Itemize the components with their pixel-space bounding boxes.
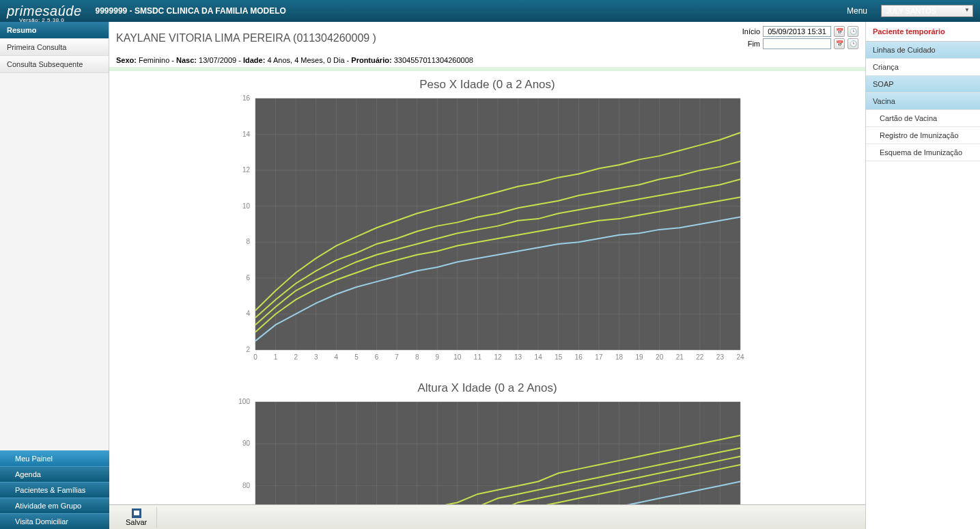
clinic-title: 9999999 - SMSDC CLINICA DA FAMILIA MODEL… <box>96 6 286 16</box>
svg-text:2: 2 <box>294 353 298 361</box>
nav-label: Meu Painel <box>15 455 53 463</box>
svg-text:14: 14 <box>242 131 250 138</box>
growth-chart: 4050607080901000123456789101112131415161… <box>228 398 747 504</box>
svg-text:100: 100 <box>238 398 250 405</box>
app-header: primesaúde Versão: 2.5.38.0 9999999 - SM… <box>0 0 980 22</box>
svg-text:21: 21 <box>675 353 684 361</box>
chart-title: Peso X Idade (0 a 2 Anos) <box>109 78 865 92</box>
clock-icon[interactable]: 🕒 <box>848 26 858 37</box>
svg-text:14: 14 <box>534 353 542 361</box>
patient-demographics: Sexo: Feminino - Nasc: 13/07/2009 - Idad… <box>109 55 865 67</box>
svg-text:22: 22 <box>696 353 704 361</box>
chart-container: 4050607080901000123456789101112131415161… <box>228 398 747 504</box>
svg-text:19: 19 <box>635 353 643 361</box>
right-panel-item[interactable]: Esquema de Imunização <box>866 144 980 161</box>
main-content[interactable]: Peso X Idade (0 a 2 Anos)246810121416012… <box>109 71 865 504</box>
chart-title: Altura X Idade (0 a 2 Anos) <box>109 381 865 395</box>
temp-patient-header: Paciente temporário <box>866 22 980 42</box>
sidebar-item[interactable]: Consulta Subsequente <box>0 56 109 73</box>
nav-icon <box>5 518 12 525</box>
sidebar-item[interactable]: Resumo <box>0 22 109 39</box>
svg-text:5: 5 <box>354 353 359 361</box>
right-panel-item[interactable]: Criança <box>866 59 980 76</box>
menu-link[interactable]: Menu <box>847 6 867 16</box>
patient-name: KAYLANE VITORIA LIMA PEREIRA (0113042600… <box>116 32 376 44</box>
inicio-label: Início <box>742 27 760 36</box>
save-button[interactable]: Salvar <box>116 507 157 528</box>
svg-text:10: 10 <box>242 202 250 210</box>
nav-item[interactable]: Agenda <box>0 466 109 482</box>
chart-container: 2468101214160123456789101112131415161718… <box>228 94 747 368</box>
right-panel-item[interactable]: Linhas de Cuidado <box>866 42 980 59</box>
svg-text:15: 15 <box>555 353 563 361</box>
svg-text:24: 24 <box>736 353 744 361</box>
svg-text:17: 17 <box>595 353 603 361</box>
calendar-icon[interactable]: 📅 <box>834 38 845 49</box>
svg-text:4: 4 <box>246 310 250 317</box>
svg-text:13: 13 <box>514 353 522 361</box>
svg-text:9: 9 <box>435 353 439 361</box>
svg-text:20: 20 <box>656 353 664 361</box>
save-icon <box>132 508 141 518</box>
right-panel: Paciente temporário Linhas de CuidadoCri… <box>865 22 980 529</box>
svg-text:80: 80 <box>242 482 250 489</box>
sidebar-item[interactable]: Primeira Consulta <box>0 39 109 56</box>
nav-icon <box>5 502 12 509</box>
svg-text:90: 90 <box>242 439 250 447</box>
nav-item[interactable]: Visita Domiciliar <box>0 513 109 529</box>
fim-label: Fim <box>748 40 760 48</box>
nav-item[interactable]: Meu Painel <box>0 450 109 466</box>
svg-text:12: 12 <box>494 353 502 361</box>
svg-text:11: 11 <box>473 353 481 361</box>
svg-text:2: 2 <box>246 346 250 353</box>
nav-item[interactable]: Atividade em Grupo <box>0 498 109 513</box>
svg-text:7: 7 <box>395 353 399 361</box>
svg-text:3: 3 <box>313 353 318 361</box>
svg-text:18: 18 <box>615 353 623 361</box>
svg-text:16: 16 <box>242 94 250 102</box>
svg-text:16: 16 <box>574 353 583 361</box>
calendar-icon[interactable]: 📅 <box>834 26 845 37</box>
svg-text:4: 4 <box>334 353 338 361</box>
nav-icon <box>5 471 12 478</box>
clock-icon[interactable]: 🕒 <box>848 38 858 49</box>
fim-input[interactable] <box>763 38 831 49</box>
svg-text:1: 1 <box>273 353 277 361</box>
bottom-nav: Meu PainelAgendaPacientes & FamíliasAtiv… <box>0 450 109 529</box>
footer-bar: Salvar <box>109 504 865 529</box>
svg-text:23: 23 <box>716 353 724 361</box>
right-panel-item[interactable]: Cartão de Vacina <box>866 110 980 127</box>
inicio-input[interactable] <box>763 26 831 37</box>
nav-label: Agenda <box>15 470 41 478</box>
svg-text:8: 8 <box>415 353 419 361</box>
svg-text:0: 0 <box>253 353 257 361</box>
nav-icon <box>5 455 12 462</box>
svg-text:6: 6 <box>374 353 378 361</box>
right-panel-item[interactable]: Vacina <box>866 93 980 110</box>
nav-label: Visita Domiciliar <box>15 517 68 526</box>
right-panel-item[interactable]: Registro de Imunização <box>866 127 980 144</box>
nav-icon <box>5 487 12 493</box>
visit-dates: Início 📅 🕒 Fim 📅 🕒 <box>742 26 858 51</box>
growth-chart: 2468101214160123456789101112131415161718… <box>228 94 747 368</box>
svg-text:6: 6 <box>246 274 250 282</box>
right-panel-item[interactable]: SOAP <box>866 76 980 93</box>
svg-text:12: 12 <box>242 166 250 174</box>
brand-logo: primesaúde Versão: 2.5.38.0 <box>7 3 82 19</box>
nav-item[interactable]: Pacientes & Famílias <box>0 482 109 498</box>
left-sidebar: ResumoPrimeira ConsultaConsulta Subseque… <box>0 22 109 529</box>
nav-label: Atividade em Grupo <box>15 502 81 510</box>
svg-text:10: 10 <box>453 353 462 361</box>
svg-text:8: 8 <box>246 238 250 245</box>
nav-label: Pacientes & Famílias <box>15 486 85 494</box>
user-dropdown[interactable]: JULY SANTOS <box>881 5 973 17</box>
